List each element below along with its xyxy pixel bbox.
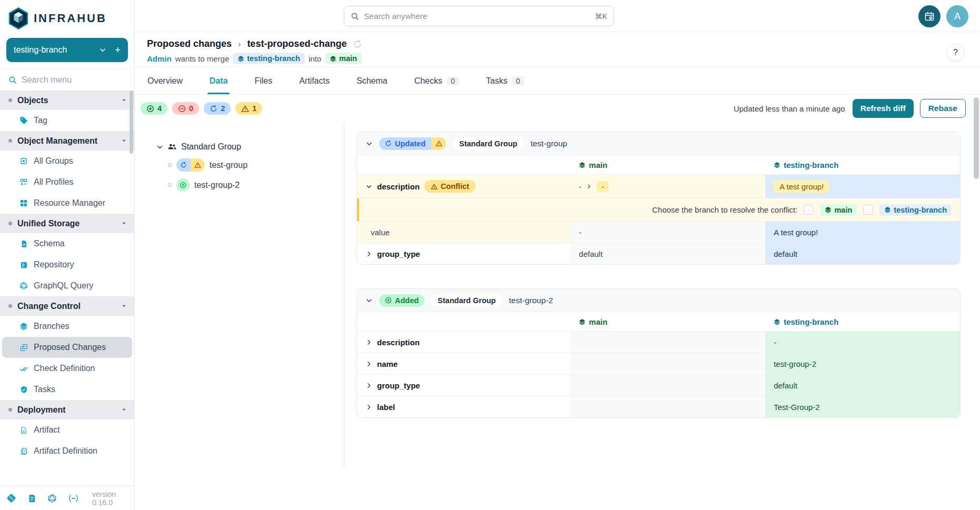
add-branch-button[interactable]: + <box>115 44 121 56</box>
attribute-row-name[interactable]: name test-group-2 <box>357 353 960 375</box>
chevron-right-icon[interactable] <box>365 404 372 411</box>
calendar-clock-icon <box>924 11 935 22</box>
sidebar-scrollbar[interactable] <box>130 91 133 154</box>
target-branch-badge: main <box>325 53 362 64</box>
tab-overview[interactable]: Overview <box>147 67 183 94</box>
tab-schema[interactable]: Schema <box>357 67 388 94</box>
main-value-cell: default <box>570 243 765 264</box>
sidebar-item-schema[interactable]: Schema <box>0 233 134 254</box>
chevron-down-icon <box>99 46 106 54</box>
status-badge-updated: Updated <box>379 137 446 150</box>
schedule-button[interactable] <box>918 5 941 27</box>
avatar[interactable]: A <box>946 5 968 27</box>
tab-files[interactable]: Files <box>254 67 272 94</box>
schema-icon <box>19 240 28 248</box>
branch-value-cell: A test group! <box>765 222 960 243</box>
sidebar-item-proposed-changes[interactable]: Proposed Changes <box>2 337 132 358</box>
artifact-definition-icon <box>19 447 28 455</box>
tab-tasks[interactable]: Tasks0 <box>486 67 524 94</box>
warning-icon <box>431 137 446 150</box>
refresh-icon[interactable] <box>353 39 362 49</box>
branch-selector[interactable]: testing-branch + <box>6 38 128 62</box>
topbar: ⌘K A <box>135 0 980 32</box>
chevron-down-icon <box>121 138 127 144</box>
chevron-right-icon[interactable] <box>365 251 372 257</box>
page-scrollbar[interactable] <box>974 97 979 179</box>
node-status-badges <box>176 158 205 172</box>
sidebar-item-resource-manager[interactable]: Resource Manager <box>0 193 134 214</box>
all-groups-icon <box>19 157 28 165</box>
main-area: ⌘K A Proposed changes › test-proposed-ch… <box>135 0 980 510</box>
tree-node-test-group[interactable]: test-group <box>168 158 344 172</box>
graphql-sandbox-icon[interactable] <box>47 494 57 503</box>
code-braces-icon[interactable] <box>68 494 79 503</box>
section-deployment[interactable]: Deployment <box>0 400 134 419</box>
chevron-down-icon[interactable] <box>365 183 372 190</box>
sidebar-item-check-definition[interactable]: Check Definition <box>0 358 134 379</box>
all-profiles-icon <box>19 178 28 186</box>
resolve-branch-checkbox[interactable] <box>863 205 873 215</box>
layers-icon <box>774 162 780 168</box>
attribute-row-description[interactable]: description Conflict - - A t <box>357 175 960 198</box>
breadcrumb-parent[interactable]: Proposed changes <box>147 38 232 49</box>
diff-content: Standard Group test-group test-group-2 <box>135 122 980 467</box>
chevron-down-icon[interactable] <box>365 140 373 147</box>
chevron-right-icon[interactable] <box>365 361 372 367</box>
tree-node-standard-group[interactable]: Standard Group <box>156 142 344 152</box>
sidebar-item-artifact[interactable]: Artifact <box>0 419 134 441</box>
diff-panels: Updated Standard Group test-group main <box>344 122 980 467</box>
attribute-row-group-type[interactable]: group_type default <box>357 375 960 396</box>
sidebar-item-all-profiles[interactable]: All Profiles <box>0 172 134 193</box>
tag-icon <box>19 116 28 125</box>
documentation-icon[interactable] <box>27 494 36 503</box>
artifact-icon <box>19 426 28 434</box>
sidebar-item-tasks[interactable]: Tasks <box>0 379 134 400</box>
chevron-right-icon[interactable] <box>365 339 372 346</box>
chevron-down-icon[interactable] <box>365 297 373 304</box>
tree-node-test-group-2[interactable]: test-group-2 <box>168 178 344 192</box>
main-value-cell <box>570 332 765 353</box>
sidebar-item-all-groups[interactable]: All Groups <box>0 151 134 172</box>
panel-header[interactable]: Updated Standard Group test-group <box>357 132 960 155</box>
conflict-value-chip: A test group! <box>774 180 829 193</box>
branch-selector-value: testing-branch <box>14 45 99 55</box>
diff-panel-test-group-2: Added Standard Group test-group-2 main <box>357 288 961 418</box>
tab-checks[interactable]: Checks0 <box>414 67 459 94</box>
git-icon[interactable] <box>6 493 16 503</box>
check-definition-icon <box>19 364 28 373</box>
section-object-management[interactable]: Object Management <box>0 131 134 151</box>
sidebar-item-tag[interactable]: Tag <box>0 110 134 131</box>
refresh-diff-button[interactable]: Refresh diff <box>853 99 914 118</box>
kind-badge: Standard Group <box>452 137 524 150</box>
panel-header[interactable]: Added Standard Group test-group-2 <box>357 289 960 312</box>
attribute-row-group-type[interactable]: group_type default default <box>357 243 960 264</box>
section-unified-storage[interactable]: Unified Storage <box>0 214 134 233</box>
rebase-button[interactable]: Rebase <box>920 99 966 118</box>
column-header-row: main testing-branch <box>357 155 960 175</box>
global-search-input[interactable] <box>364 12 590 21</box>
author-link[interactable]: Admin <box>147 54 172 63</box>
diff-counters: 4 0 2 1 <box>141 102 262 115</box>
resolve-main-checkbox[interactable] <box>804 205 814 215</box>
sidebar-item-repository[interactable]: Repository <box>0 254 134 275</box>
chevron-right-icon[interactable] <box>365 382 372 389</box>
attribute-row-description[interactable]: description - <box>357 332 960 353</box>
attribute-row-label[interactable]: label Test-Group-2 <box>357 396 960 417</box>
breadcrumb-current: test-proposed-change <box>247 38 347 49</box>
column-main: main <box>570 155 765 174</box>
group-icon <box>167 143 177 151</box>
sidebar-item-branches[interactable]: Branches <box>0 316 134 337</box>
sidebar-item-graphql-query[interactable]: GraphQL Query <box>0 275 134 296</box>
menu-search-input[interactable] <box>22 75 126 85</box>
object-name: test-group-2 <box>509 296 553 305</box>
sidebar-item-artifact-definition[interactable]: Artifact Definition <box>0 441 134 462</box>
tab-data[interactable]: Data <box>210 67 228 94</box>
section-change-control[interactable]: Change Control <box>0 296 134 316</box>
section-objects[interactable]: Objects <box>0 91 134 110</box>
help-button[interactable]: ? <box>947 44 964 61</box>
search-icon <box>351 12 359 21</box>
tab-artifacts[interactable]: Artifacts <box>299 67 330 94</box>
conflict-badge: Conflict <box>424 180 476 193</box>
merge-summary: Admin wants to merge testing-branch into… <box>147 53 980 64</box>
search-icon <box>8 76 17 84</box>
